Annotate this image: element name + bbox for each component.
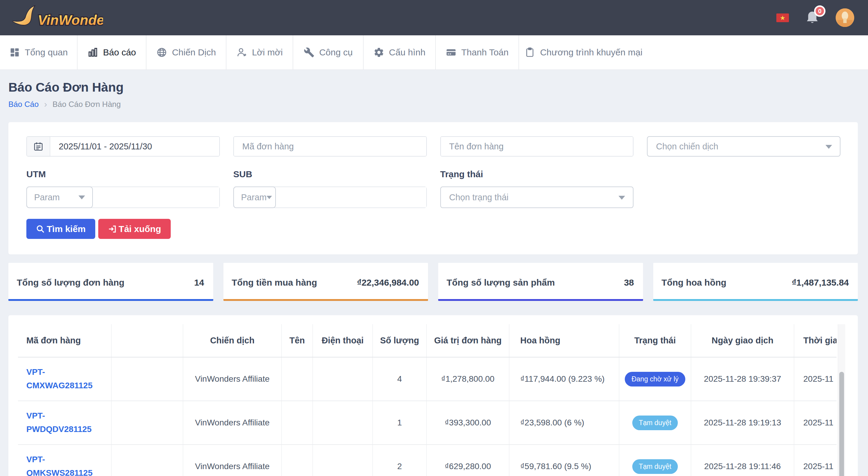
user-avatar[interactable] [836, 8, 854, 27]
time-cell: 2025-11 [794, 357, 837, 401]
commission-cell: ₫23,598.00 (6 %) [509, 401, 619, 445]
col-blank [112, 324, 183, 357]
filter-panel: Chọn chiến dịch UTM Param SUB [8, 122, 858, 254]
globe-icon [156, 47, 167, 58]
table-header-row: Mã đơn hàng Chiến dịch Tên Điện thoại Số… [18, 324, 837, 357]
main-nav: Tổng quan Báo cáo Chiến Dịch Lời mời [0, 35, 868, 70]
vinwonders-logo[interactable]: VinWonders [10, 4, 103, 31]
order-name-input[interactable] [441, 137, 633, 156]
top-header-bar: VinWonders ★ 0 [0, 0, 868, 35]
nav-label: Báo cáo [103, 47, 136, 58]
status-cell: Tạm duyệt [619, 401, 691, 445]
table-row: VPT-PWDQDV281125 VinWonders Affiliate 1 … [18, 401, 837, 445]
download-button[interactable]: Tải xuống [98, 219, 171, 239]
breadcrumb: Báo Cáo › Báo Cáo Đơn Hàng [8, 100, 860, 109]
order-code-field[interactable] [233, 136, 427, 157]
nav-label: Lời mời [252, 47, 283, 58]
nav-item-payments[interactable]: Thanh Toán [436, 35, 519, 69]
order-code-link[interactable]: VPT-QMKSWS281125 [18, 445, 112, 476]
download-button-label: Tải xuống [119, 224, 161, 234]
order-value-cell: ₫1,278,800.00 [427, 357, 509, 401]
transaction-date-cell: 2025-11-28 19:11:46 [691, 445, 794, 476]
transaction-date-cell: 2025-11-28 19:39:37 [691, 357, 794, 401]
chevron-down-icon [619, 196, 625, 200]
calendar-icon [27, 137, 50, 156]
phone-cell [313, 445, 373, 476]
table-scrollbar-thumb[interactable] [839, 372, 844, 476]
status-badge: Tạm duyệt [632, 415, 678, 430]
col-order-code: Mã đơn hàng [18, 324, 112, 357]
date-range-input[interactable] [50, 137, 219, 156]
col-quantity: Số lượng [373, 324, 427, 357]
utm-param-select[interactable]: Param [26, 187, 93, 208]
date-range-field[interactable] [26, 136, 220, 157]
sub-label: SUB [233, 169, 427, 179]
campaign-select[interactable]: Chọn chiến dịch [647, 136, 840, 157]
nav-item-tools[interactable]: Công cụ [293, 35, 364, 69]
status-badge: Đang chờ xử lý [625, 372, 685, 386]
table-scrollbar-track[interactable] [838, 324, 845, 476]
order-report-screen: VinWonders ★ 0 [0, 0, 868, 476]
order-code-link[interactable]: VPT-CMXWAG281125 [18, 357, 112, 401]
total-purchase-card: Tổng tiền mua hàng ₫22,346,984.00 [223, 263, 428, 301]
order-code-input[interactable] [234, 137, 426, 156]
card-value: ₫22,346,984.00 [357, 278, 419, 288]
col-name: Tên [282, 324, 313, 357]
clipboard-icon [524, 47, 535, 58]
status-cell: Tạm duyệt [619, 445, 691, 476]
col-campaign: Chiến dịch [183, 324, 282, 357]
nav-item-promotions[interactable]: Chương trình khuyến mại [519, 35, 648, 69]
nav-label: Cấu hình [389, 47, 426, 58]
card-label: Tổng số lượng sản phẩm [446, 278, 555, 288]
table-row: VPT-QMKSWS281125 VinWonders Affiliate 2 … [18, 445, 837, 476]
card-value: ₫1,487,135.84 [792, 278, 849, 288]
orders-table-panel: Mã đơn hàng Chiến dịch Tên Điện thoại Số… [8, 315, 858, 476]
credit-card-icon [446, 47, 457, 58]
utm-label: UTM [26, 169, 220, 179]
campaign-select-placeholder: Chọn chiến dịch [656, 141, 718, 152]
status-label: Trạng thái [440, 169, 634, 179]
status-select[interactable]: Chọn trạng thái [440, 187, 634, 208]
nav-item-invitations[interactable]: Lời mời [226, 35, 293, 69]
breadcrumb-current: Báo Cáo Đơn Hàng [53, 100, 121, 109]
campaign-cell: VinWonders Affiliate [183, 401, 282, 445]
notifications-button[interactable]: 0 [806, 10, 819, 25]
wrench-icon [304, 47, 314, 58]
order-code-link[interactable]: VPT-PWDQDV281125 [18, 401, 112, 445]
bar-chart-icon [88, 47, 98, 58]
col-time: Thời gian [794, 324, 837, 357]
status-badge: Tạm duyệt [632, 459, 678, 474]
user-plus-icon [236, 47, 247, 58]
breadcrumb-parent-link[interactable]: Báo Cáo [8, 100, 39, 109]
time-cell: 2025-11 [794, 401, 837, 445]
table-row: VPT-CMXWAG281125 VinWonders Affiliate 4 … [18, 357, 837, 401]
vinwonders-logo-icon: VinWonders [10, 4, 103, 31]
chevron-down-icon [267, 196, 272, 199]
page-head: Báo Cáo Đơn Hàng Báo Cáo › Báo Cáo Đơn H… [0, 70, 868, 122]
transaction-date-cell: 2025-11-28 19:19:13 [691, 401, 794, 445]
vn-flag-icon[interactable]: ★ [776, 13, 789, 22]
utm-param-placeholder: Param [34, 192, 60, 202]
nav-label: Chiến Dịch [172, 47, 216, 58]
orders-table-viewport: Mã đơn hàng Chiến dịch Tên Điện thoại Số… [18, 324, 837, 476]
blank-cell [112, 401, 183, 445]
col-status: Trạng thái [619, 324, 691, 357]
sub-param-select[interactable]: Param [233, 187, 276, 208]
order-value-cell: ₫393,300.00 [427, 401, 509, 445]
name-cell [282, 357, 313, 401]
blank-cell [112, 357, 183, 401]
nav-item-overview[interactable]: Tổng quan [0, 35, 78, 69]
total-orders-card: Tổng số lượng đơn hàng 14 [8, 263, 213, 301]
utm-group: UTM Param [26, 169, 220, 208]
order-name-field[interactable] [440, 136, 634, 157]
campaign-cell: VinWonders Affiliate [183, 357, 282, 401]
quantity-cell: 1 [373, 401, 427, 445]
name-cell [282, 401, 313, 445]
quantity-cell: 2 [373, 445, 427, 476]
nav-item-campaigns[interactable]: Chiến Dịch [147, 35, 226, 69]
nav-item-settings[interactable]: Cấu hình [364, 35, 436, 69]
dashboard-grid-icon [9, 47, 20, 58]
search-button[interactable]: Tìm kiếm [26, 219, 95, 239]
nav-item-reports[interactable]: Báo cáo [78, 35, 147, 69]
status-group: Trạng thái Chọn trạng thái [440, 169, 634, 208]
